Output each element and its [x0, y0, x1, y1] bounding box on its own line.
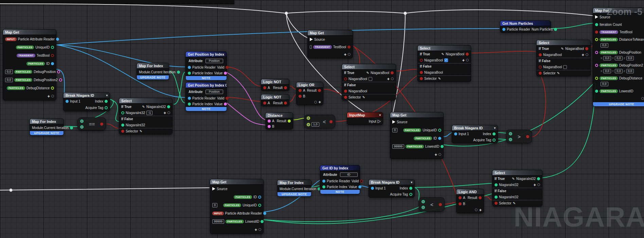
map-get-bottom-value-box[interactable]: 0	[212, 203, 217, 207]
wire-white-6[interactable]	[0, 188, 209, 190]
select-4[interactable]: SelectIf True✎NiagaraBoolNiagaraBool+If …	[536, 40, 591, 76]
map-get-right[interactable]: Map GetSource0PARTICLESUniqueIDPARTICLES…	[390, 112, 444, 159]
select-2[interactable]: SelectIf True✎NiagaraBoolNiagaraBool+If …	[342, 64, 396, 100]
collapse-chevron-icon[interactable]: ▾	[494, 126, 496, 130]
map-for-index-1-pin-module-current-iteration[interactable]	[70, 126, 73, 129]
wire-red-40[interactable]	[533, 70, 546, 137]
wire-red-37[interactable]	[397, 69, 417, 71]
wire-green-15[interactable]	[109, 99, 120, 122]
edit-pencil-icon[interactable]: ✎	[557, 71, 560, 75]
select-2-pin-niagarabool[interactable]	[391, 71, 394, 74]
break-niagara-id-3-pin-index[interactable]	[409, 187, 412, 190]
get-position-by-index-pin-particle-reader[interactable]	[188, 66, 191, 69]
break-niagara-id-1-pin-input-1[interactable]	[66, 100, 69, 103]
map-for-index-2-pin-module-current-iteration[interactable]	[177, 71, 180, 74]
distance[interactable]: DistanceAResultB	[265, 112, 293, 129]
logic-not-2-pin-a[interactable]	[263, 102, 266, 105]
get-num-particles-pin-num-particles[interactable]	[554, 28, 557, 31]
wire-magenta-46[interactable]	[227, 103, 265, 125]
logic-not-1-header[interactable]: Logic NOT	[261, 79, 289, 85]
upgrade-note-bar[interactable]: UPGRADE NOTE	[137, 75, 169, 79]
map-get-top-exec-pin[interactable]	[310, 38, 313, 41]
map-get-bottom-pin-uniqueid[interactable]	[258, 204, 261, 207]
op-equals-input-1[interactable]	[80, 125, 84, 129]
wire-blue-13[interactable]	[443, 132, 453, 137]
map-get-top-checkbox[interactable]	[310, 45, 312, 49]
map-for-right-value-box[interactable]: 0,0	[601, 43, 608, 48]
add-pin-button[interactable]: +	[47, 94, 50, 98]
map-get-top-pin-testbool[interactable]	[347, 45, 351, 49]
edit-pencil-icon[interactable]: ✎	[142, 105, 145, 109]
map-for-right-value-box[interactable]: 0,0	[615, 56, 623, 60]
map-for-index-3-header[interactable]: Map For Index	[278, 180, 311, 185]
reroute-dot-0[interactable]	[285, 12, 288, 15]
map-get-top[interactable]: Map GetSourceTRANSIENTTestBool+	[307, 30, 353, 58]
select-1-pin-niagaraint32[interactable]	[121, 111, 124, 114]
get-position-by-index-001-header[interactable]: Get Position by Index 001	[186, 83, 227, 88]
map-get-right-pin-lowestid[interactable]	[441, 145, 444, 148]
wire-red-34[interactable]	[324, 89, 341, 93]
edit-pencil-icon[interactable]: ✎	[362, 95, 365, 99]
wire-white-3[interactable]	[286, 14, 308, 38]
select-3-checkbox[interactable]: ✓	[444, 58, 448, 62]
get-position-by-index-001-pin-valid[interactable]	[226, 97, 229, 100]
select-3-pin-niagarabool[interactable]	[466, 53, 469, 56]
get-num-particles[interactable]: Get Num ParticlesParticle ReaderNum Part…	[500, 20, 551, 33]
map-get-bottom-exec-pin[interactable]	[212, 187, 215, 190]
get-position-by-index-001-pin-particle-index[interactable]	[188, 103, 191, 106]
map-for-right-pin-debugposition[interactable]	[595, 51, 598, 54]
map-for-right[interactable]: Map ForSourceIteration CountTRANSIENTTes…	[593, 7, 644, 107]
break-niagara-id-1-header[interactable]: Break Niagara ID▾	[64, 93, 110, 98]
wire-blue-7[interactable]	[56, 29, 499, 45]
op-less-than-2[interactable]: <	[419, 197, 445, 212]
select-3-header[interactable]: Select	[418, 45, 471, 51]
op-less-than-1-output[interactable]	[329, 120, 333, 123]
logic-not-1-pin-a[interactable]	[263, 86, 266, 89]
select-1-header[interactable]: Select	[119, 98, 172, 104]
add-pin-button[interactable]: +	[387, 77, 390, 81]
select-5-header[interactable]: Select	[493, 170, 542, 176]
map-get-top-header[interactable]: Map Get	[308, 30, 353, 36]
particle-attribute-map-get-pin-testbool[interactable]	[51, 54, 54, 57]
wire-green-26[interactable]	[497, 139, 507, 140]
map-for-index-2-header[interactable]: Map For Index	[137, 63, 169, 69]
map-for-right-value-box[interactable]: 0,0	[603, 56, 611, 60]
op-less-than-2-input-1[interactable]	[422, 206, 425, 209]
map-for-right-pin-testbool[interactable]	[595, 31, 598, 34]
map-for-right-value-box[interactable]: 0,0	[615, 69, 623, 73]
particle-attribute-map-get[interactable]: Map GetINPUTParticle Attribute ReaderPAR…	[3, 29, 56, 100]
logic-or[interactable]: Logic ORAResultB+	[296, 82, 323, 105]
get-id-by-index-pin-valid[interactable]	[360, 180, 363, 183]
wire-white-5[interactable]	[405, 10, 595, 16]
logic-or-pin-result[interactable]	[318, 89, 321, 92]
add-pin-button[interactable]: +	[434, 152, 437, 157]
logic-or-pin-b[interactable]	[299, 95, 302, 98]
map-get-right-value-box[interactable]: 0	[392, 128, 397, 132]
get-position-by-index-pin-particle-index[interactable]	[188, 72, 191, 75]
op-less-than-1-value-box[interactable]: 1,0	[311, 122, 319, 127]
wire-white-1[interactable]	[286, 11, 405, 13]
get-num-particles-pin-particle-reader[interactable]	[502, 28, 505, 31]
add-pin-button[interactable]: +	[479, 208, 482, 212]
map-get-bottom-header[interactable]: Map Get	[210, 179, 263, 185]
particle-attribute-map-get-header[interactable]: Map Get	[3, 30, 56, 35]
add-pin-button[interactable]: +	[254, 227, 257, 232]
map-for-right-pin-distancetonearestparticle[interactable]	[595, 38, 598, 41]
add-pin-button[interactable]: +	[163, 111, 166, 115]
op-equals-output[interactable]	[100, 123, 103, 126]
select-4-pin-niagarabool[interactable]	[539, 53, 542, 56]
upgrade-note-bar[interactable]: UPGRADE NOTE	[278, 192, 311, 196]
wire-magenta-45[interactable]	[227, 72, 265, 120]
particle-attribute-map-get-pin-debugdistance[interactable]	[51, 87, 54, 90]
wire-white-0[interactable]	[0, 4, 286, 13]
get-id-by-index-pin-particle-index[interactable]	[322, 185, 325, 188]
distance-pin-b[interactable]	[268, 125, 271, 128]
logic-not-2[interactable]: Logic NOTAResult	[261, 94, 289, 106]
add-pin-button[interactable]: +	[462, 58, 465, 62]
edit-pencil-icon[interactable]: ✎	[366, 71, 369, 75]
select-5-pin-niagaraint32[interactable]	[495, 183, 498, 186]
select-3-pin-niagarabool[interactable]	[420, 71, 423, 74]
map-for-index-2[interactable]: Map For IndexModule.Current IterationUPG…	[137, 63, 169, 80]
distance-header[interactable]: Distance	[266, 113, 293, 118]
break-niagara-id-3-pin-acquire-tag[interactable]	[409, 193, 412, 196]
